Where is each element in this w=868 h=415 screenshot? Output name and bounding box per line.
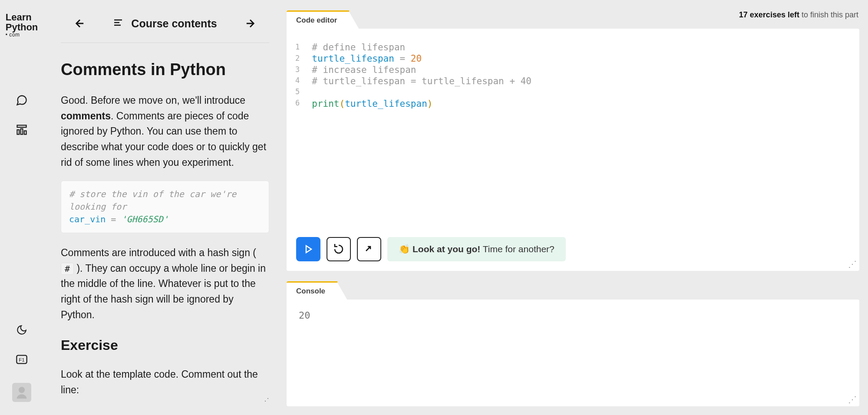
lesson-intro: Good. Before we move on, we'll introduce…	[61, 93, 269, 170]
svg-marker-10	[306, 246, 311, 253]
svg-rect-0	[17, 125, 26, 127]
lesson-content: Comments in Python Good. Before we move …	[61, 43, 269, 405]
console-tab-label: Console	[296, 287, 325, 296]
prev-arrow-icon[interactable]	[71, 15, 89, 32]
line-num: 4	[295, 75, 300, 86]
tab-console[interactable]: Console	[287, 281, 337, 300]
site-logo[interactable]: Learn Python • com	[6, 12, 38, 38]
intro-prefix: Good. Before we move on, we'll introduce	[61, 95, 245, 106]
lesson-title: Comments in Python	[61, 60, 269, 79]
code-l2b: =	[394, 53, 411, 64]
console-output[interactable]: 20 ⋰	[287, 300, 859, 406]
feedback-rest: Time for another?	[480, 244, 554, 254]
code-l6-func: print	[312, 99, 339, 109]
resize-handle-icon[interactable]: ⋰	[848, 394, 857, 405]
code-l2c: 20	[411, 53, 422, 64]
logo-line-1: Learn	[6, 12, 38, 22]
lesson-nav: Course contents	[61, 15, 269, 43]
lesson-pane: Course contents Comments in Python Good.…	[61, 15, 269, 405]
progress-icon[interactable]	[16, 124, 28, 136]
after-sample-2: ). They can occupy a whole line or begin…	[61, 263, 266, 320]
code-sample: # store the vin of the car we're looking…	[61, 181, 269, 233]
left-rail: Learn Python • com F1	[0, 0, 43, 415]
keyboard-f1-icon[interactable]: F1	[16, 353, 28, 366]
exercise-heading: Exercise	[61, 335, 269, 356]
code-l1: # define lifespan	[312, 42, 405, 53]
line-num: 3	[295, 64, 300, 76]
sample-ident: car_vin	[69, 214, 106, 224]
next-button[interactable]	[357, 237, 381, 261]
svg-rect-2	[21, 128, 23, 134]
code-l6-open: (	[339, 99, 345, 109]
svg-text:F1: F1	[19, 357, 25, 362]
logo-line-2: Python	[6, 22, 38, 32]
code-editor[interactable]: 1 2 3 4 5 6 # define lifespan turtle_lif…	[287, 29, 859, 271]
sample-string: 'GH665SD'	[121, 214, 168, 224]
code-l2a: turtle_lifespan	[312, 53, 394, 64]
next-arrow-icon[interactable]	[241, 15, 259, 32]
chat-icon[interactable]	[16, 94, 28, 106]
svg-point-6	[19, 387, 25, 393]
logo-sub: • com	[6, 32, 38, 38]
line-num: 5	[295, 86, 300, 98]
line-num: 1	[295, 42, 300, 53]
resize-handle-icon[interactable]: ⋰	[264, 393, 269, 403]
feedback-bold: Look at you go!	[413, 244, 480, 254]
line-num: 6	[295, 98, 300, 109]
code-l6-close: )	[427, 99, 433, 109]
line-num: 2	[295, 53, 300, 64]
reset-button[interactable]	[327, 237, 351, 261]
course-contents-link[interactable]: Course contents	[113, 17, 217, 30]
exercise-text: Look at the template code. Comment out t…	[61, 367, 269, 398]
code-l6-arg: turtle_lifespan	[345, 99, 427, 109]
after-sample-1: Comments are introduced with a hash sign…	[61, 247, 256, 258]
clap-icon: 👏	[399, 244, 410, 254]
run-button[interactable]	[296, 237, 320, 261]
lesson-after-sample: Comments are introduced with a hash sign…	[61, 245, 269, 323]
code-l3: # increase lifespan	[312, 65, 416, 75]
code-l4: # turtle_lifespan = turtle_lifespan + 40	[312, 76, 531, 86]
sample-comment: # store the vin of the car we're looking…	[69, 189, 241, 212]
line-gutter: 1 2 3 4 5 6	[295, 42, 312, 109]
sample-eq: =	[106, 214, 121, 224]
editor-tab-label: Code editor	[296, 16, 337, 25]
editor-panel: Code editor 1 2 3 4 5 6 # define lifespa…	[287, 10, 859, 271]
editor-tab-strip: Code editor	[287, 10, 859, 29]
hash-inline-code: #	[61, 263, 74, 275]
course-contents-label: Course contents	[131, 17, 217, 30]
intro-bold: comments	[61, 110, 111, 122]
svg-rect-1	[17, 130, 20, 135]
tab-code-editor[interactable]: Code editor	[287, 10, 349, 29]
svg-rect-3	[24, 131, 26, 134]
resize-handle-icon[interactable]: ⋰	[848, 259, 857, 269]
code-lines: # define lifespan turtle_lifespan = 20 #…	[312, 42, 531, 109]
feedback-message: 👏Look at you go! Time for another?	[387, 237, 566, 261]
menu-icon	[113, 17, 123, 30]
moon-icon[interactable]	[16, 324, 28, 336]
editor-actions: 👏Look at you go! Time for another?	[296, 237, 566, 261]
console-panel: Console 20 ⋰	[287, 281, 859, 406]
avatar[interactable]	[12, 383, 31, 402]
console-text: 20	[299, 310, 847, 321]
console-tab-strip: Console	[287, 281, 859, 300]
